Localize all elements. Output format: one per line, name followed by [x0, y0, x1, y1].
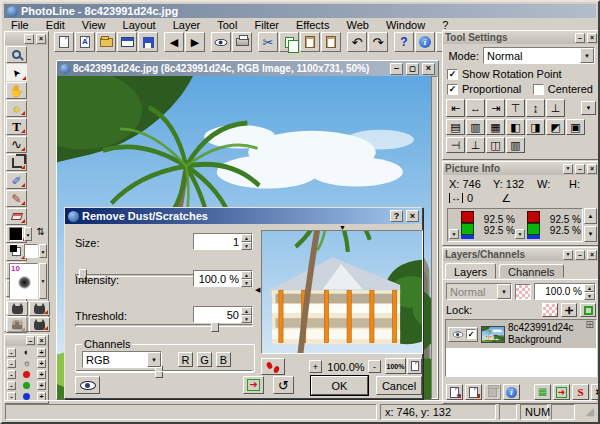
palette-close-button[interactable]: ×: [36, 34, 46, 44]
tool-settings-title-bar[interactable]: Tool Settings – ×: [443, 31, 599, 44]
menu-layer[interactable]: Layer: [166, 18, 208, 32]
mini-bw-icon[interactable]: [10, 245, 17, 252]
layers-title-bar[interactable]: Layers/Channels ▼ – ×: [443, 248, 599, 261]
intensity-input[interactable]: 100.0 % ▲▼: [193, 270, 253, 287]
resize-grip[interactable]: ◢: [586, 405, 594, 418]
dialog-title-bar[interactable]: Remove Dust/Scratches ? ×: [65, 208, 422, 224]
lock-frame-button[interactable]: [580, 303, 596, 317]
dust-marker-button[interactable]: [261, 358, 285, 375]
align-bottom-button[interactable]: ⊥: [546, 99, 565, 117]
dialog-close-button[interactable]: ×: [406, 210, 419, 222]
menu-tool[interactable]: Tool: [210, 18, 244, 32]
distribute-5-button[interactable]: ◨: [526, 119, 545, 135]
layer-settings-button[interactable]: ✱: [591, 384, 600, 400]
eyedropper-tool[interactable]: ✐: [6, 172, 27, 189]
dialog-help-button[interactable]: ?: [390, 210, 403, 222]
eraser-tool[interactable]: [6, 208, 27, 225]
show-rotation-checkbox[interactable]: ✓: [447, 69, 458, 80]
lock-transparency-button[interactable]: [542, 303, 558, 317]
picture-info-minimize-button[interactable]: –: [575, 164, 585, 174]
menu-window[interactable]: Window: [379, 18, 432, 32]
blend-dropdown-icon[interactable]: ▼: [497, 284, 511, 299]
adjust-close-button[interactable]: ×: [37, 336, 46, 345]
distribute-1-button[interactable]: ▤: [446, 119, 465, 135]
working-layer-edit-button[interactable]: [29, 301, 50, 316]
reset-button[interactable]: ↺: [273, 376, 294, 394]
cut-button[interactable]: ✂: [258, 32, 278, 52]
mode-dropdown-icon[interactable]: ▼: [580, 48, 594, 63]
blue-channel-button[interactable]: B: [216, 352, 231, 367]
readout2-dropdown[interactable]: ▼: [515, 229, 525, 239]
blend-mode-select[interactable]: Normal ▼: [446, 283, 512, 300]
threshold-input[interactable]: 50 ▲▼: [193, 306, 253, 323]
back-button[interactable]: ◀: [164, 32, 184, 52]
pan-marker-top[interactable]: ▼: [339, 224, 346, 231]
zoom-tool[interactable]: [6, 46, 27, 63]
open-button[interactable]: [96, 32, 116, 52]
main-title-bar[interactable]: PhotoLine - 8c423991d24c.jpg: [4, 4, 596, 18]
distribute-7-button[interactable]: ▣: [566, 119, 585, 135]
lock-position-button[interactable]: ✛: [561, 303, 577, 317]
layer-action-button[interactable]: ➜: [553, 384, 570, 400]
preview-button[interactable]: [211, 32, 231, 52]
preview-page-button[interactable]: [407, 358, 422, 374]
background-color-dropdown[interactable]: ▼: [39, 244, 47, 258]
new-text-button[interactable]: A: [75, 32, 95, 52]
intensity-spinner[interactable]: ▲▼: [241, 271, 252, 286]
distribute-3-button[interactable]: ▦: [486, 119, 505, 135]
preview-zoom-out-button[interactable]: -: [368, 360, 381, 373]
layers-menu-button[interactable]: ▼: [563, 250, 573, 260]
doc-close-button[interactable]: ×: [422, 63, 435, 75]
bezier-tool[interactable]: ∿: [6, 136, 27, 153]
image-layer-button[interactable]: ▦: [534, 384, 551, 400]
opacity-checker-button[interactable]: [515, 284, 531, 300]
pointer-tool[interactable]: ➤: [6, 64, 27, 81]
size-input[interactable]: 1 ▲▼: [193, 233, 253, 250]
context-help-button[interactable]: ?: [394, 32, 414, 52]
document-title-bar[interactable]: 8c423991d24c.jpg (8c423991d24c, RGB Imag…: [57, 61, 438, 76]
paste-button[interactable]: [300, 32, 320, 52]
cancel-button[interactable]: Cancel: [376, 376, 422, 395]
distribute-2-button[interactable]: ▥: [466, 119, 485, 135]
save-button[interactable]: [138, 32, 158, 52]
tool-settings-close-button[interactable]: ×: [587, 33, 597, 43]
foreground-color-dropdown[interactable]: ▼: [24, 227, 32, 241]
swap-colors-icon[interactable]: ⇅: [37, 227, 45, 237]
new-layer-button[interactable]: ◆: [446, 384, 463, 400]
picture-info-menu-button[interactable]: ▼: [563, 164, 573, 174]
channel-mode-select[interactable]: RGB ▼: [82, 351, 162, 368]
layers-minimize-button[interactable]: –: [575, 250, 585, 260]
readout-down-button[interactable]: ▼: [584, 226, 597, 242]
layer-row-background[interactable]: ✓ 8c423991d24c Background ⊞: [446, 320, 596, 348]
layer-thumbnail[interactable]: [481, 326, 505, 343]
style-layer-button[interactable]: S: [572, 384, 589, 400]
contrast-plus-button[interactable]: +: [37, 348, 46, 357]
ok-button[interactable]: OK: [311, 376, 368, 395]
menu-file[interactable]: File: [4, 18, 36, 32]
brush-preview-dropdown[interactable]: ▼: [39, 263, 47, 299]
proportional-checkbox[interactable]: ✓: [447, 84, 458, 95]
doc-maximize-button[interactable]: ▢: [406, 63, 419, 75]
adjust-palette-title-bar[interactable]: – ×: [5, 335, 48, 346]
palette-minimize-button[interactable]: –: [24, 34, 34, 44]
spacing-2-button[interactable]: ⊥: [466, 137, 485, 153]
picture-info-close-button[interactable]: ×: [587, 164, 597, 174]
layers-close-button[interactable]: ×: [587, 250, 597, 260]
centered-checkbox[interactable]: [533, 84, 544, 95]
redo-button[interactable]: ↷: [368, 32, 388, 52]
align-options-dropdown[interactable]: ▼: [581, 101, 596, 115]
preview-zoom-in-button[interactable]: +: [309, 360, 322, 373]
doc-minimize-button[interactable]: –: [390, 63, 403, 75]
align-top-button[interactable]: ⊤: [506, 99, 525, 117]
brightness-plus-button[interactable]: +: [37, 359, 46, 368]
green-plus-button[interactable]: +: [37, 381, 46, 390]
align-vcenter-button[interactable]: ↨: [526, 99, 545, 117]
readout-up-button[interactable]: ▲: [584, 208, 597, 224]
menu-web[interactable]: Web: [340, 18, 376, 32]
filter-preview[interactable]: [261, 230, 423, 354]
red-channel-button[interactable]: R: [178, 352, 193, 367]
browse-button[interactable]: [117, 32, 137, 52]
tab-channels[interactable]: Channels: [499, 264, 563, 278]
adjust-minimize-button[interactable]: –: [26, 336, 35, 345]
delete-layer-button[interactable]: [484, 384, 501, 400]
